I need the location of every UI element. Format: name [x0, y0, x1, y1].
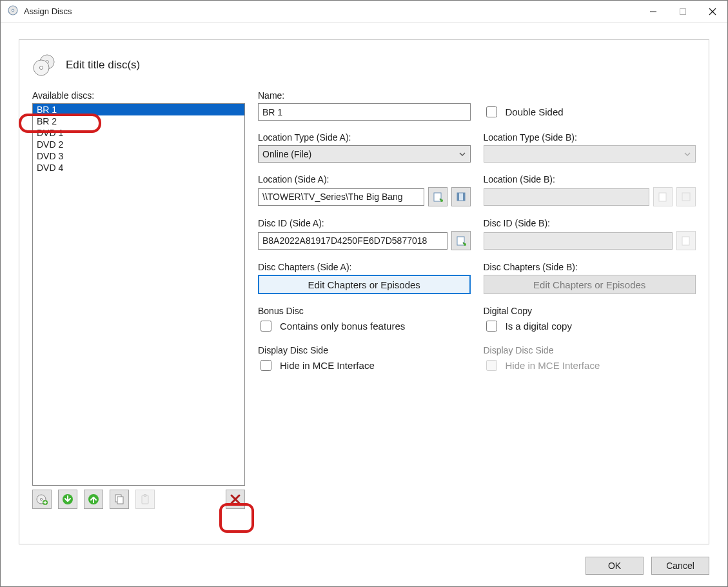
chevron-down-icon — [458, 150, 466, 158]
loc-b-input — [484, 188, 650, 206]
copy-button[interactable] — [110, 490, 129, 509]
content-frame: Edit title disc(s) Available discs: BR 1… — [19, 39, 709, 544]
svg-point-25 — [464, 243, 466, 246]
list-item[interactable]: DVD 2 — [33, 139, 244, 150]
digital-copy-checkbox[interactable] — [486, 321, 497, 332]
loc-type-a-select[interactable]: Online (File) — [258, 145, 471, 163]
hide-mce-a-label: Hide in MCE Interface — [280, 360, 375, 371]
bonus-label: Contains only bonus features — [280, 321, 405, 332]
name-label: Name: — [258, 90, 471, 101]
discid-a-lookup-button[interactable] — [451, 231, 471, 250]
chevron-down-icon — [684, 150, 691, 158]
chapters-a-label: Disc Chapters (Side A): — [258, 262, 471, 272]
svg-rect-3 — [680, 8, 686, 14]
loc-a-label: Location (Side A): — [258, 174, 471, 184]
browse-file-a-button[interactable] — [428, 187, 448, 206]
browse-media-a-button[interactable] — [451, 187, 471, 206]
move-down-button[interactable] — [58, 490, 77, 509]
delete-button[interactable] — [226, 490, 245, 509]
svg-point-9 — [39, 66, 43, 69]
loc-a-input[interactable] — [258, 188, 424, 206]
edit-chapters-a-button[interactable]: Edit Chapters or Episodes — [258, 275, 471, 294]
header-text: Edit title disc(s) — [66, 59, 140, 72]
close-button[interactable] — [698, 1, 727, 22]
minimize-button[interactable] — [638, 1, 668, 22]
paste-button — [135, 490, 155, 509]
discid-a-label: Disc ID (Side A): — [258, 218, 471, 228]
digital-heading: Digital Copy — [484, 306, 696, 316]
browse-file-b-button — [653, 187, 673, 206]
svg-point-1 — [12, 9, 14, 12]
double-sided-checkbox[interactable] — [486, 106, 497, 117]
svg-rect-28 — [682, 237, 689, 245]
display-side-a-heading: Display Disc Side — [258, 345, 471, 355]
available-discs-label: Available discs: — [32, 90, 245, 101]
list-toolbar — [32, 490, 245, 509]
loc-type-b-label: Location Type (Side B): — [484, 132, 696, 143]
list-item[interactable]: DVD 4 — [33, 162, 244, 174]
browse-media-b-button — [676, 187, 696, 206]
svg-point-20 — [440, 199, 443, 202]
hide-mce-b-checkbox — [486, 360, 497, 371]
loc-type-b-select — [484, 145, 696, 163]
bonus-checkbox[interactable] — [261, 321, 271, 332]
svg-rect-16 — [117, 497, 123, 504]
titlebar-left: Assign Discs — [7, 5, 72, 18]
edit-chapters-b-button: Edit Chapters or Episodes — [484, 275, 696, 294]
svg-point-11 — [40, 498, 42, 500]
hide-mce-b-label: Hide in MCE Interface — [506, 360, 600, 371]
svg-rect-19 — [434, 193, 441, 201]
discid-b-lookup-button — [676, 231, 696, 250]
display-side-b-heading: Display Disc Side — [484, 345, 696, 355]
name-input[interactable] — [258, 103, 471, 121]
list-item[interactable]: BR 1 — [33, 104, 244, 115]
side-b-panel: placeholder Double Sided Location Type (… — [484, 90, 696, 509]
available-discs-list[interactable]: BR 1BR 2DVD 1DVD 2DVD 3DVD 4 — [32, 103, 245, 486]
dialog-buttons: OK Cancel — [585, 557, 709, 575]
hide-mce-a-checkbox[interactable] — [261, 360, 271, 371]
list-item[interactable]: DVD 1 — [33, 127, 244, 139]
move-up-button[interactable] — [84, 490, 103, 509]
title-text: Assign Discs — [24, 6, 72, 16]
loc-b-label: Location (Side B): — [484, 174, 696, 184]
discid-b-label: Disc ID (Side B): — [484, 218, 696, 228]
list-item[interactable]: BR 2 — [33, 115, 244, 127]
digital-copy-label: Is a digital copy — [506, 321, 572, 332]
chapters-b-label: Disc Chapters (Side B): — [484, 262, 696, 272]
svg-rect-26 — [659, 193, 666, 201]
double-sided-label: Double Sided — [506, 106, 564, 117]
bonus-heading: Bonus Disc — [258, 306, 471, 316]
side-a-panel: Name: Location Type (Side A): Online (Fi… — [258, 90, 471, 509]
svg-rect-22 — [457, 193, 459, 201]
maximize-button[interactable] — [668, 1, 698, 22]
titlebar: Assign Discs — [1, 1, 727, 23]
loc-type-a-label: Location Type (Side A): — [258, 132, 471, 143]
svg-rect-18 — [144, 495, 146, 497]
svg-rect-24 — [457, 237, 464, 245]
header: Edit title disc(s) — [32, 50, 696, 80]
svg-rect-27 — [682, 193, 690, 201]
discs-header-icon — [32, 54, 55, 77]
discid-a-input[interactable] — [258, 232, 448, 250]
cancel-button[interactable]: Cancel — [651, 557, 709, 575]
list-item[interactable]: DVD 3 — [33, 150, 244, 162]
disc-app-icon — [7, 5, 19, 18]
ok-button[interactable]: OK — [585, 557, 644, 575]
add-disc-button[interactable] — [32, 490, 52, 509]
svg-rect-23 — [463, 193, 465, 201]
window-controls — [638, 1, 727, 22]
discid-b-input — [484, 232, 673, 250]
assign-discs-dialog: Assign Discs Edit — [0, 0, 728, 587]
